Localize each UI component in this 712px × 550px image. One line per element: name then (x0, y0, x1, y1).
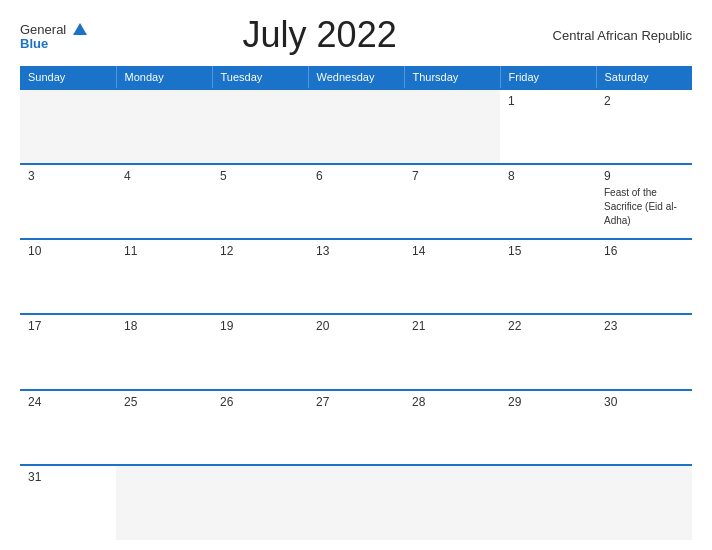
calendar-cell (596, 465, 692, 540)
day-header-saturday: Saturday (596, 66, 692, 89)
calendar-cell: 2 (596, 89, 692, 164)
calendar-cell: 16 (596, 239, 692, 314)
calendar-week-4: 17181920212223 (20, 314, 692, 389)
day-number: 11 (124, 244, 204, 258)
day-number: 10 (28, 244, 108, 258)
day-number: 9 (604, 169, 684, 183)
day-number: 2 (604, 94, 684, 108)
day-number: 16 (604, 244, 684, 258)
day-number: 24 (28, 395, 108, 409)
day-number: 25 (124, 395, 204, 409)
logo-general: General (20, 21, 87, 37)
calendar-cell: 28 (404, 390, 500, 465)
day-number: 31 (28, 470, 108, 484)
calendar-cell: 23 (596, 314, 692, 389)
calendar-cell (212, 465, 308, 540)
calendar-cell: 31 (20, 465, 116, 540)
calendar-cell: 14 (404, 239, 500, 314)
day-number: 4 (124, 169, 204, 183)
day-number: 7 (412, 169, 492, 183)
day-number: 18 (124, 319, 204, 333)
logo-triangle-icon (73, 23, 87, 35)
calendar-cell: 25 (116, 390, 212, 465)
calendar-cell (500, 465, 596, 540)
day-number: 8 (508, 169, 588, 183)
calendar-event: Feast of the Sacrifice (Eid al-Adha) (604, 187, 677, 226)
calendar-week-5: 24252627282930 (20, 390, 692, 465)
calendar-cell: 17 (20, 314, 116, 389)
day-header-friday: Friday (500, 66, 596, 89)
day-number: 15 (508, 244, 588, 258)
calendar-header-row: SundayMondayTuesdayWednesdayThursdayFrid… (20, 66, 692, 89)
days-of-week-row: SundayMondayTuesdayWednesdayThursdayFrid… (20, 66, 692, 89)
calendar-cell (308, 465, 404, 540)
calendar-cell: 15 (500, 239, 596, 314)
calendar-cell (308, 89, 404, 164)
calendar-title: July 2022 (87, 14, 553, 56)
calendar-cell: 20 (308, 314, 404, 389)
day-number: 13 (316, 244, 396, 258)
day-number: 27 (316, 395, 396, 409)
calendar-cell: 18 (116, 314, 212, 389)
calendar-cell (404, 89, 500, 164)
logo-blue: Blue (20, 37, 87, 50)
calendar-cell: 26 (212, 390, 308, 465)
calendar-week-2: 3456789Feast of the Sacrifice (Eid al-Ad… (20, 164, 692, 239)
calendar-cell: 11 (116, 239, 212, 314)
day-number: 30 (604, 395, 684, 409)
day-number: 21 (412, 319, 492, 333)
calendar-cell (212, 89, 308, 164)
calendar-cell: 10 (20, 239, 116, 314)
calendar-cell: 29 (500, 390, 596, 465)
day-number: 6 (316, 169, 396, 183)
calendar-cell: 13 (308, 239, 404, 314)
day-number: 5 (220, 169, 300, 183)
calendar-cell (404, 465, 500, 540)
day-number: 29 (508, 395, 588, 409)
calendar-cell: 7 (404, 164, 500, 239)
calendar-cell: 27 (308, 390, 404, 465)
calendar-cell (20, 89, 116, 164)
day-number: 22 (508, 319, 588, 333)
country-name: Central African Republic (553, 28, 692, 43)
day-number: 28 (412, 395, 492, 409)
calendar-cell (116, 89, 212, 164)
calendar-cell: 12 (212, 239, 308, 314)
day-number: 17 (28, 319, 108, 333)
calendar-table: SundayMondayTuesdayWednesdayThursdayFrid… (20, 66, 692, 540)
day-number: 20 (316, 319, 396, 333)
day-number: 12 (220, 244, 300, 258)
day-number: 26 (220, 395, 300, 409)
calendar-cell: 1 (500, 89, 596, 164)
calendar-week-1: 12 (20, 89, 692, 164)
calendar-cell: 19 (212, 314, 308, 389)
calendar-cell: 4 (116, 164, 212, 239)
day-header-sunday: Sunday (20, 66, 116, 89)
calendar-cell: 9Feast of the Sacrifice (Eid al-Adha) (596, 164, 692, 239)
day-header-thursday: Thursday (404, 66, 500, 89)
calendar-cell (116, 465, 212, 540)
calendar-header: General Blue July 2022 Central African R… (20, 10, 692, 60)
calendar-cell: 30 (596, 390, 692, 465)
logo: General Blue (20, 21, 87, 50)
calendar-cell: 6 (308, 164, 404, 239)
calendar-cell: 22 (500, 314, 596, 389)
calendar-cell: 5 (212, 164, 308, 239)
day-header-tuesday: Tuesday (212, 66, 308, 89)
day-number: 14 (412, 244, 492, 258)
day-number: 3 (28, 169, 108, 183)
calendar-week-3: 10111213141516 (20, 239, 692, 314)
day-header-wednesday: Wednesday (308, 66, 404, 89)
day-header-monday: Monday (116, 66, 212, 89)
day-number: 19 (220, 319, 300, 333)
calendar-week-6: 31 (20, 465, 692, 540)
day-number: 23 (604, 319, 684, 333)
calendar-cell: 8 (500, 164, 596, 239)
calendar-body: 123456789Feast of the Sacrifice (Eid al-… (20, 89, 692, 540)
calendar-cell: 3 (20, 164, 116, 239)
calendar-cell: 21 (404, 314, 500, 389)
calendar-cell: 24 (20, 390, 116, 465)
day-number: 1 (508, 94, 588, 108)
